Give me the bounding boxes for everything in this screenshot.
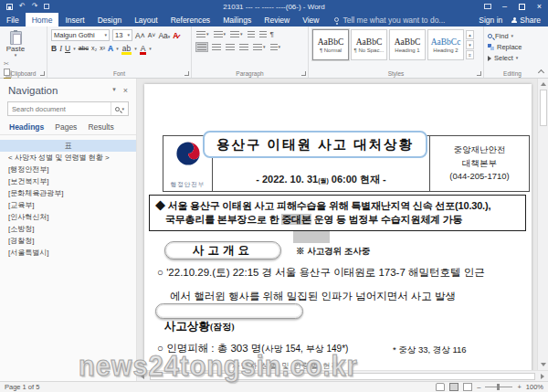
tab-insert[interactable]: Insert [58, 13, 90, 26]
zoom-out-icon[interactable]: – [477, 383, 480, 391]
search-box[interactable]: ▾ [7, 101, 129, 116]
nav-options-icon[interactable]: ▾ [112, 86, 116, 95]
nav-close-icon[interactable]: × [123, 86, 128, 95]
heading-item-selected[interactable]: 표 [0, 140, 136, 152]
heading-item[interactable]: [문화체육관광부] [0, 187, 136, 199]
style-heading1[interactable]: AaBbCHeading 1 [389, 29, 426, 60]
zoom-in-icon[interactable]: + [517, 383, 521, 391]
tab-review[interactable]: Review [258, 13, 296, 26]
align-center-icon[interactable] [211, 42, 222, 52]
italic-icon[interactable]: I [59, 44, 62, 53]
styles-scroll-up-icon[interactable]: ▴ [466, 30, 474, 39]
bold-icon[interactable]: B [51, 44, 57, 53]
nav-tab-results[interactable]: Results [88, 122, 113, 132]
search-input[interactable] [8, 105, 111, 113]
find-button[interactable]: Find▾ [488, 32, 538, 40]
clipboard-dialog-launcher[interactable] [40, 71, 45, 76]
zoom-slider[interactable] [485, 387, 512, 387]
increase-indent-icon[interactable] [258, 29, 268, 39]
paragraph-dialog-launcher[interactable] [301, 71, 306, 76]
document-page[interactable]: 행정안전부 - 2022. 10. 31(월) 06:00 현재 - 중앙재난안… [144, 84, 532, 370]
save-icon[interactable] [6, 4, 13, 10]
sign-in-link[interactable]: Sign in [479, 16, 502, 25]
align-right-icon[interactable] [225, 42, 236, 52]
vertical-scroll-thumb[interactable] [540, 90, 547, 126]
tab-layout[interactable]: Layout [128, 13, 164, 26]
tab-design[interactable]: Design [91, 13, 128, 26]
strikethrough-icon[interactable]: abc [79, 44, 89, 53]
justify-icon[interactable] [238, 42, 249, 52]
font-dialog-launcher[interactable] [184, 71, 189, 76]
zoom-slider-thumb[interactable] [497, 384, 500, 390]
styles-scroll-down-icon[interactable]: ▾ [466, 40, 474, 49]
read-mode-icon[interactable] [436, 383, 445, 391]
align-left-icon[interactable] [195, 42, 208, 52]
decrease-indent-icon[interactable] [247, 29, 256, 39]
tab-mailings[interactable]: Mailings [216, 13, 258, 26]
ribbon-display-options-icon[interactable] [479, 0, 496, 13]
multilevel-list-icon[interactable]: ▾ [229, 29, 244, 39]
shrink-font-icon[interactable]: A˅ [148, 31, 156, 40]
show-marks-icon[interactable]: ¶ [270, 30, 274, 38]
vertical-scrollbar[interactable] [537, 79, 548, 370]
heading-item[interactable]: [행정안전부] [0, 164, 136, 175]
customize-qat-icon[interactable] [44, 4, 49, 9]
change-case-icon[interactable]: Aa▾ [158, 31, 170, 40]
tab-home[interactable]: Home [26, 13, 59, 26]
heading-item[interactable]: [소방청] [0, 223, 136, 235]
subscript-icon[interactable]: x₂ [91, 44, 97, 53]
style-normal[interactable]: AaBbC¶ Normal [312, 29, 349, 60]
navigation-title: Navigation [8, 85, 58, 96]
print-layout-icon[interactable] [449, 383, 458, 391]
heading-item[interactable]: < 사망자 성별 및 연령별 현황 > [0, 152, 136, 164]
undo-icon[interactable]: ↶ [19, 3, 26, 10]
web-layout-icon[interactable] [463, 383, 472, 391]
paste-icon [10, 31, 22, 45]
text-effects-icon[interactable]: A [108, 44, 113, 53]
ribbon: Paste ▾ ✂ Clipboard Malgun Gothi▾ 13▾ A˄… [0, 26, 548, 79]
line-spacing-icon[interactable]: ▾ [252, 42, 267, 52]
scroll-up-icon[interactable] [541, 82, 546, 86]
bullets-icon[interactable]: ▾ [195, 29, 210, 39]
font-size-select[interactable]: 13▾ [112, 29, 132, 41]
replace-button[interactable]: Replace [488, 43, 538, 51]
font-color-icon[interactable]: A [140, 45, 147, 53]
styles-dialog-launcher[interactable] [477, 71, 481, 76]
borders-icon[interactable]: ▾ [269, 42, 282, 52]
style-no-spacing[interactable]: AaBbC¶ No Spac... [351, 29, 387, 60]
styles-gallery-more-icon[interactable]: ≡ [466, 50, 474, 59]
zoom-level[interactable]: 100% [526, 383, 543, 391]
highlight-color-icon[interactable]: ab [121, 45, 132, 53]
font-name-select[interactable]: Malgun Gothi▾ [51, 29, 110, 41]
nav-tab-headings[interactable]: Headings [9, 122, 44, 132]
select-button[interactable]: Select▾ [488, 54, 538, 62]
heading-item[interactable]: [인사혁신처] [0, 211, 136, 223]
style-heading2[interactable]: AaBbCcHeading 2 [427, 29, 464, 60]
cut-icon[interactable]: ✂ [4, 60, 44, 67]
clear-formatting-icon[interactable]: A̷ [173, 31, 178, 40]
underline-icon[interactable]: U [65, 44, 70, 53]
superscript-icon[interactable]: x² [100, 44, 105, 53]
minimize-button[interactable]: – [496, 0, 513, 13]
heading-item[interactable]: [보건복지부] [0, 175, 136, 187]
paste-button[interactable]: Paste ▾ [4, 29, 27, 58]
watermark: news24tongsin.co.kr [79, 351, 358, 383]
close-button[interactable]: × [531, 0, 548, 13]
redo-icon[interactable]: ↷ [32, 3, 38, 10]
heading-item[interactable]: [교육부] [0, 199, 136, 211]
nav-tab-pages[interactable]: Pages [55, 122, 77, 132]
tell-me-box[interactable]: Tell me what you want to do... [325, 13, 445, 26]
heading-item[interactable]: [서울특별시] [0, 247, 136, 259]
share-button[interactable]: Share [511, 16, 541, 25]
tab-file[interactable]: File [0, 13, 26, 26]
scroll-down-icon[interactable] [541, 363, 546, 366]
scroll-right-icon[interactable] [541, 374, 544, 379]
grow-font-icon[interactable]: A˄ [135, 31, 145, 40]
tab-view[interactable]: View [296, 13, 325, 26]
tab-references[interactable]: References [164, 13, 216, 26]
page-indicator[interactable]: Page 1 of 5 [5, 383, 39, 391]
heading-item[interactable]: [경찰청] [0, 235, 136, 247]
search-button[interactable]: ▾ [111, 102, 128, 115]
restore-button[interactable] [513, 0, 531, 13]
numbering-icon[interactable]: ▾ [213, 29, 227, 39]
